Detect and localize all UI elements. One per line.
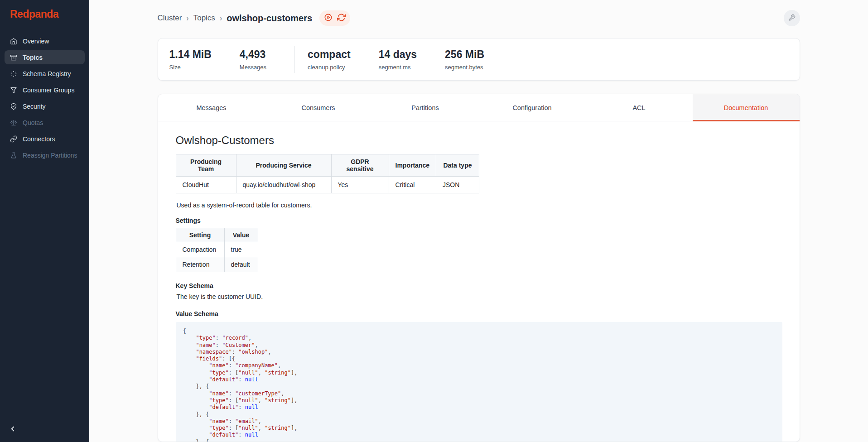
key-schema-heading: Key Schema xyxy=(176,282,781,289)
code-line: "type": ["null", "string"], xyxy=(183,425,775,432)
sidebar-item-security[interactable]: Security xyxy=(5,99,85,113)
sidebar-item-reassign-partitions: Reassign Partitions xyxy=(5,148,85,162)
code-line: "type": ["null", "string"], xyxy=(183,370,775,376)
sidebar-item-label: Connectors xyxy=(23,135,55,143)
flask-icon xyxy=(10,152,17,159)
stat-label: segment.bytes xyxy=(445,64,484,71)
topic-actions-pill xyxy=(319,10,350,26)
chevron-left-icon xyxy=(9,425,17,434)
table-row: Compactiontrue xyxy=(176,242,258,257)
sidebar-item-schema-registry[interactable]: Schema Registry xyxy=(5,67,85,81)
sidebar-item-label: Topics xyxy=(23,54,43,61)
main-area: Cluster › Topics › owlshop-customers xyxy=(89,0,868,442)
shield-icon xyxy=(10,103,17,110)
sidebar-item-quotas: Quotas xyxy=(5,115,85,130)
tab-acl[interactable]: ACL xyxy=(586,94,693,121)
table-cell: quay.io/cloudhut/owl-shop xyxy=(236,177,331,193)
breadcrumb-topics[interactable]: Topics xyxy=(193,14,215,23)
stat-value: 14 days xyxy=(379,48,417,61)
table-header-cell: Setting xyxy=(176,228,224,242)
tab-consumers[interactable]: Consumers xyxy=(265,94,372,121)
code-line: "namespace": "owlshop", xyxy=(183,349,775,356)
code-line: "default": null xyxy=(183,404,775,411)
code-line: "type": "record", xyxy=(183,335,775,341)
stats-divider xyxy=(294,46,295,73)
topbar: Cluster › Topics › owlshop-customers xyxy=(158,9,800,27)
refresh-button[interactable] xyxy=(337,13,346,23)
stat-label: Messages xyxy=(240,64,266,71)
tab-configuration[interactable]: Configuration xyxy=(479,94,586,121)
code-line: }, { xyxy=(183,383,775,390)
app-root: Redpanda OverviewTopicsSchema RegistryCo… xyxy=(0,0,868,442)
table-cell: Critical xyxy=(389,177,436,193)
table-cell: Retention xyxy=(176,257,224,272)
stat-label: segment.ms xyxy=(379,64,417,71)
stat-messages: 4,493Messages xyxy=(240,48,266,71)
sidebar-item-label: Quotas xyxy=(23,119,43,126)
table-cell: CloudHut xyxy=(176,177,236,193)
produce-record-button[interactable] xyxy=(324,13,333,23)
code-line: "default": null xyxy=(183,376,775,383)
scale-icon xyxy=(10,119,17,126)
stat-value: 256 MiB xyxy=(445,48,484,61)
sidebar-item-topics[interactable]: Topics xyxy=(5,50,85,64)
sidebar: Redpanda OverviewTopicsSchema RegistryCo… xyxy=(0,0,89,442)
sidebar-collapse-button[interactable] xyxy=(6,423,19,436)
sidebar-item-label: Security xyxy=(23,103,46,110)
table-header-cell: Producing Team xyxy=(176,154,236,177)
tab-messages[interactable]: Messages xyxy=(158,94,265,121)
key-schema-text: The key is the customer UUID. xyxy=(177,293,781,300)
stat-size: 1.14 MiBSize xyxy=(169,48,212,71)
tab-documentation[interactable]: Documentation xyxy=(693,94,800,121)
table-header-cell: GDPR sensitive xyxy=(331,154,389,177)
stat-value: 4,493 xyxy=(240,48,266,61)
table-cell: true xyxy=(224,242,258,257)
table-header-cell: Value xyxy=(224,228,258,242)
refresh-icon xyxy=(337,13,346,23)
sidebar-item-label: Reassign Partitions xyxy=(23,152,77,159)
home-icon xyxy=(10,38,17,45)
code-line: "name": "customerType", xyxy=(183,390,775,397)
sidebar-item-overview[interactable]: Overview xyxy=(5,34,85,48)
stat-segment-bytes: 256 MiBsegment.bytes xyxy=(445,48,484,71)
stat-label: cleanup.policy xyxy=(308,64,351,71)
tab-partitions[interactable]: Partitions xyxy=(372,94,479,121)
sidebar-item-connectors[interactable]: Connectors xyxy=(5,132,85,146)
code-line: "name": "email", xyxy=(183,418,775,425)
stat-value: compact xyxy=(308,48,351,61)
code-line: "type": ["null", "string"], xyxy=(183,397,775,404)
documentation-panel: Owlshop-Customers Producing TeamProducin… xyxy=(158,121,800,442)
producing-info-table: Producing TeamProducing ServiceGDPR sens… xyxy=(176,154,479,193)
settings-heading: Settings xyxy=(176,217,781,224)
table-header-cell: Importance xyxy=(389,154,436,177)
doc-title: Owlshop-Customers xyxy=(176,134,781,147)
stat-cleanup-policy: compactcleanup.policy xyxy=(308,48,351,71)
code-line: }, { xyxy=(183,439,775,442)
stat-label: Size xyxy=(169,64,212,71)
settings-table: SettingValueCompactiontrueRetentiondefau… xyxy=(176,228,258,272)
table-row: CloudHutquay.io/cloudhut/owl-shopYesCrit… xyxy=(176,177,479,193)
wrench-icon xyxy=(788,14,796,23)
table-row: Retentiondefault xyxy=(176,257,258,272)
code-line: "name": "Customer", xyxy=(183,342,775,349)
doc-description: Used as a system-of-record table for cus… xyxy=(177,202,781,209)
code-line: }, { xyxy=(183,411,775,418)
topics-icon xyxy=(10,54,17,61)
sidebar-item-label: Overview xyxy=(23,38,49,45)
value-schema-heading: Value Schema xyxy=(176,310,781,317)
settings-wrench-button[interactable] xyxy=(784,10,800,26)
topic-detail-card: MessagesConsumersPartitionsConfiguration… xyxy=(158,94,800,442)
schema-registry-icon xyxy=(10,70,17,77)
table-header-row: SettingValue xyxy=(176,228,258,242)
sidebar-item-consumer-groups[interactable]: Consumer Groups xyxy=(5,83,85,97)
table-cell: JSON xyxy=(436,177,479,193)
play-circle-icon xyxy=(324,13,333,23)
link-icon xyxy=(10,135,17,143)
breadcrumb-current-topic: owlshop-customers xyxy=(227,13,312,24)
breadcrumb: Cluster › Topics › owlshop-customers xyxy=(158,13,313,24)
chevron-right-icon: › xyxy=(186,13,188,23)
stat-segment-ms: 14 dayssegment.ms xyxy=(379,48,417,71)
code-line: "default": null xyxy=(183,432,775,438)
breadcrumb-cluster[interactable]: Cluster xyxy=(158,14,182,23)
code-line: { xyxy=(183,328,775,335)
